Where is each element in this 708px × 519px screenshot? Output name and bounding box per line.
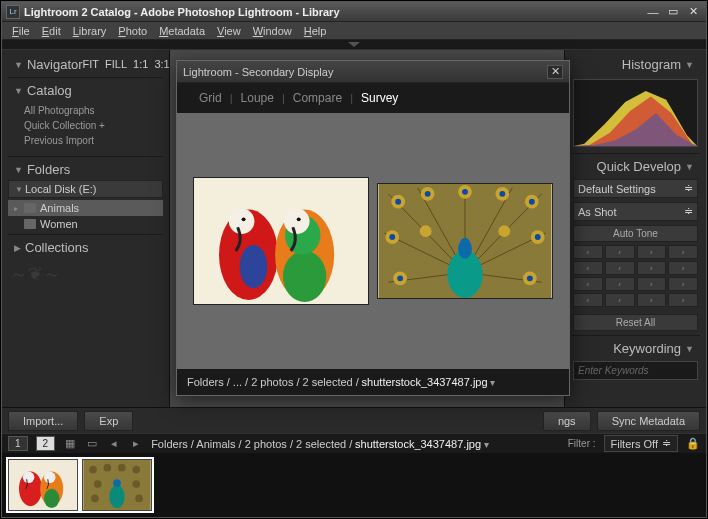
modal-close-button[interactable]: ✕ xyxy=(547,65,563,79)
catalog-label: Catalog xyxy=(27,83,72,98)
step-dec1[interactable]: ‹ xyxy=(605,261,635,275)
top-grabber[interactable] xyxy=(2,40,706,50)
svg-point-10 xyxy=(132,466,140,474)
zoom-fit[interactable]: FIT xyxy=(83,58,100,71)
step-inc1[interactable]: › xyxy=(637,293,667,307)
minimize-button[interactable]: — xyxy=(644,5,662,19)
step-dec1[interactable]: ‹ xyxy=(605,245,635,259)
filter-select[interactable]: Filters Off≑ xyxy=(604,435,678,452)
svg-point-56 xyxy=(420,225,432,237)
display-2-button[interactable]: 2 xyxy=(36,436,56,451)
step-inc1[interactable]: › xyxy=(637,245,667,259)
thumbnail[interactable] xyxy=(8,459,78,511)
step-dec1[interactable]: ‹ xyxy=(605,277,635,291)
modal-title-bar[interactable]: Lightroom - Secondary Display ✕ xyxy=(177,61,569,83)
menu-view[interactable]: View xyxy=(211,25,247,37)
zoom-fill[interactable]: FILL xyxy=(105,58,127,71)
volume-label: Local Disk (E:) xyxy=(25,183,97,195)
auto-tone-button[interactable]: Auto Tone xyxy=(573,225,698,242)
right-panel: Histogram ▼ Quick Develop ▼ Default Sett… xyxy=(564,50,706,407)
svg-point-24 xyxy=(284,209,310,235)
import-button[interactable]: Import... xyxy=(8,411,78,431)
menu-edit[interactable]: Edit xyxy=(36,25,67,37)
zoom-1-1[interactable]: 1:1 xyxy=(133,58,148,71)
step-dec1[interactable]: ‹ xyxy=(605,293,635,307)
svg-point-53 xyxy=(397,275,403,281)
sync-metadata-button[interactable]: Sync Metadata xyxy=(597,411,700,431)
menu-library[interactable]: Library xyxy=(67,25,113,37)
step-dec2[interactable]: ‹ xyxy=(573,245,603,259)
folders-header[interactable]: ▼ Folders xyxy=(2,159,169,180)
folder-row[interactable]: Women xyxy=(8,216,163,232)
quick-develop-header[interactable]: Quick Develop ▼ xyxy=(565,156,706,177)
menu-help[interactable]: Help xyxy=(298,25,333,37)
folder-icon xyxy=(24,219,36,229)
collections-header[interactable]: ▶ Collections xyxy=(2,237,169,258)
step-dec2[interactable]: ‹ xyxy=(573,261,603,275)
action-bar: Import... Exp ngs Sync Metadata xyxy=(2,407,706,433)
survey-image[interactable] xyxy=(193,177,369,305)
export-button[interactable]: Exp xyxy=(84,411,133,431)
catalog-item[interactable]: Previous Import xyxy=(20,133,169,148)
menu-file[interactable]: File xyxy=(6,25,36,37)
svg-point-13 xyxy=(91,495,99,503)
step-inc2[interactable]: › xyxy=(668,245,698,259)
step-inc2[interactable]: › xyxy=(668,277,698,291)
catalog-header[interactable]: ▼ Catalog xyxy=(2,80,169,101)
step-dec2[interactable]: ‹ xyxy=(573,277,603,291)
prev-icon[interactable]: ◂ xyxy=(107,438,121,450)
sync-settings-button[interactable]: ngs xyxy=(543,411,591,431)
step-dec2[interactable]: ‹ xyxy=(573,293,603,307)
step-inc1[interactable]: › xyxy=(637,277,667,291)
svg-point-3 xyxy=(23,472,35,484)
volume-row[interactable]: ▼ Local Disk (E:) xyxy=(8,180,163,198)
step-inc1[interactable]: › xyxy=(637,261,667,275)
filter-label: Filter : xyxy=(568,438,596,449)
filter-lock-icon[interactable]: 🔒 xyxy=(686,438,700,450)
zoom-3-1[interactable]: 3:1 xyxy=(154,58,169,71)
svg-point-20 xyxy=(283,251,326,302)
keywording-header[interactable]: Keywording ▼ xyxy=(565,338,706,359)
whitebalance-select[interactable]: As Shot≑ xyxy=(573,202,698,221)
survey-image[interactable] xyxy=(377,183,553,299)
svg-point-57 xyxy=(498,225,510,237)
svg-point-25 xyxy=(242,217,246,221)
tab-survey[interactable]: Survey xyxy=(353,91,406,105)
navigator-header[interactable]: ▼ Navigator FIT FILL 1:1 3:1 ≑ xyxy=(2,54,169,75)
folder-row[interactable]: ▸ Animals xyxy=(8,200,163,216)
keywords-input[interactable]: Enter Keywords xyxy=(573,361,698,380)
svg-point-43 xyxy=(462,189,468,195)
display-1-button[interactable]: 1 xyxy=(8,436,28,451)
menu-photo[interactable]: Photo xyxy=(112,25,153,37)
thumbnail[interactable] xyxy=(82,459,152,511)
step-inc2[interactable]: › xyxy=(668,261,698,275)
reset-all-button[interactable]: Reset All xyxy=(573,314,698,331)
close-button[interactable]: ✕ xyxy=(684,5,702,19)
loupe-view-icon[interactable]: ▭ xyxy=(85,438,99,450)
catalog-item[interactable]: Quick Collection + xyxy=(20,118,169,133)
chevron-down-icon: ▼ xyxy=(14,60,23,70)
keywording-label: Keywording xyxy=(613,341,681,356)
menu-metadata[interactable]: Metadata xyxy=(153,25,211,37)
menu-window[interactable]: Window xyxy=(247,25,298,37)
stepper-row: ‹‹›› xyxy=(565,244,706,260)
histogram-header[interactable]: Histogram ▼ xyxy=(565,54,706,75)
tab-grid[interactable]: Grid xyxy=(191,91,230,105)
grid-view-icon[interactable]: ▦ xyxy=(63,438,77,450)
svg-point-49 xyxy=(389,234,395,240)
chevron-right-icon: ▶ xyxy=(14,243,21,253)
tab-loupe[interactable]: Loupe xyxy=(233,91,282,105)
preset-select[interactable]: Default Settings≑ xyxy=(573,179,698,198)
catalog-item[interactable]: All Photographs xyxy=(20,103,169,118)
tab-compare[interactable]: Compare xyxy=(285,91,350,105)
svg-point-39 xyxy=(395,199,401,205)
stepper-row: ‹‹›› xyxy=(565,260,706,276)
next-icon[interactable]: ▸ xyxy=(129,438,143,450)
modal-title: Lightroom - Secondary Display xyxy=(183,66,547,78)
step-inc2[interactable]: › xyxy=(668,293,698,307)
survey-body xyxy=(177,113,569,369)
secondary-display-window: Lightroom - Secondary Display ✕ Grid| Lo… xyxy=(176,60,570,396)
svg-point-11 xyxy=(94,480,102,488)
app-icon: Lr xyxy=(6,5,20,19)
maximize-button[interactable]: ▭ xyxy=(664,5,682,19)
